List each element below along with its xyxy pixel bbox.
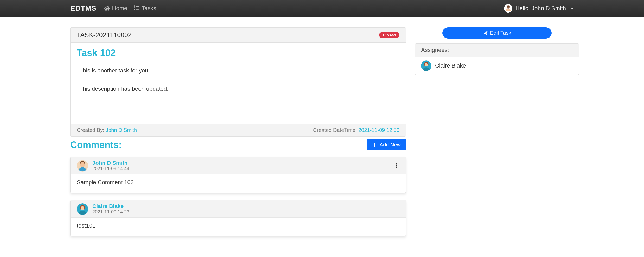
comment-card: Claire Blake2021-11-09 14:23test101	[70, 200, 406, 236]
edit-icon	[483, 31, 488, 35]
avatar	[504, 4, 512, 13]
user-menu-dropdown[interactable]: Hello John D Smith	[504, 4, 574, 13]
comment-card: John D Smith2021-11-09 14:44Sample Comme…	[70, 157, 406, 193]
home-icon	[104, 5, 110, 11]
created-dt-label: Created DateTime:	[313, 127, 358, 133]
edit-task-button[interactable]: Edit Task	[442, 27, 552, 39]
nav-home-link[interactable]: Home	[104, 5, 127, 12]
nav-home-label: Home	[112, 5, 127, 12]
svg-rect-2	[507, 6, 510, 7]
avatar	[421, 60, 431, 71]
created-by-label: Created By:	[77, 127, 106, 133]
avatar	[77, 203, 88, 215]
comment-datetime: 2021-11-09 14:44	[92, 166, 389, 172]
divider	[70, 153, 406, 153]
chevron-down-icon	[571, 8, 574, 9]
comment-author-link[interactable]: Claire Blake	[92, 203, 399, 209]
avatar	[77, 160, 88, 172]
edit-task-label: Edit Task	[490, 30, 511, 36]
comment-body: test101	[71, 218, 406, 236]
created-dt-value: 2021-11-09 12:50	[358, 127, 399, 133]
assignees-header: Assignees:	[415, 43, 579, 57]
comment-datetime: 2021-11-09 14:23	[92, 209, 399, 215]
comment-author-link[interactable]: John D Smith	[92, 160, 389, 166]
user-greeting-prefix: Hello	[515, 5, 528, 12]
task-title: Task 102	[71, 43, 406, 61]
add-comment-button[interactable]: Add New	[367, 139, 406, 150]
task-card: TASK-2021110002 Closed Task 102 This is …	[70, 27, 406, 137]
app-brand[interactable]: EDTMS	[70, 4, 97, 13]
nav-tasks-link[interactable]: Tasks	[134, 5, 156, 12]
created-by-user-link[interactable]: John D Smith	[106, 127, 137, 133]
nav-tasks-label: Tasks	[142, 5, 156, 12]
task-description: This is another task for you. This descr…	[71, 61, 406, 124]
navbar: EDTMS Home Tasks Hello John D Smith	[0, 0, 644, 17]
user-name: John D Smith	[532, 5, 566, 12]
plus-icon	[372, 143, 377, 147]
comment-menu-button[interactable]	[393, 161, 399, 170]
list-icon	[134, 5, 139, 11]
add-comment-label: Add New	[380, 142, 401, 148]
created-datetime: Created DateTime: 2021-11-09 12:50	[313, 127, 399, 133]
assignee-name: Claire Blake	[435, 62, 466, 69]
task-code: TASK-2021110002	[77, 31, 132, 39]
ellipsis-vertical-icon	[395, 162, 397, 168]
comment-body: Sample Comment 103	[71, 174, 406, 193]
assignee-list: Claire Blake	[415, 57, 579, 75]
assignee-item[interactable]: Claire Blake	[415, 57, 579, 75]
status-badge: Closed	[379, 32, 399, 38]
comments-heading: Comments:	[70, 139, 122, 150]
created-by: Created By: John D Smith	[77, 127, 137, 133]
